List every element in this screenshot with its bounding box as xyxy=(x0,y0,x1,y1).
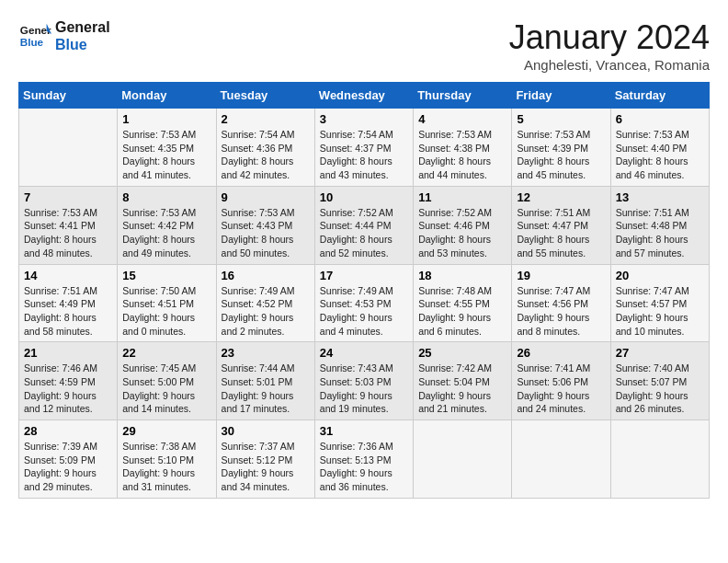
col-header-tuesday: Tuesday xyxy=(216,83,314,109)
day-cell: 6 Sunrise: 7:53 AM Sunset: 4:40 PM Dayli… xyxy=(610,109,709,187)
day-number: 23 xyxy=(222,346,310,360)
day-number: 26 xyxy=(517,346,605,360)
day-cell: 18 Sunrise: 7:48 AM Sunset: 4:55 PM Dayl… xyxy=(414,264,512,342)
day-info: Sunrise: 7:52 AM Sunset: 4:44 PM Dayligh… xyxy=(320,206,408,260)
day-number: 29 xyxy=(122,424,210,438)
day-number: 3 xyxy=(320,112,408,126)
day-cell: 13 Sunrise: 7:51 AM Sunset: 4:48 PM Dayl… xyxy=(610,186,709,264)
day-info: Sunrise: 7:50 AM Sunset: 4:51 PM Dayligh… xyxy=(122,284,210,339)
logo-icon: General Blue xyxy=(18,19,51,52)
day-cell: 30 Sunrise: 7:37 AM Sunset: 5:12 PM Dayl… xyxy=(216,420,314,499)
day-number: 17 xyxy=(320,269,408,282)
day-number: 12 xyxy=(517,190,605,204)
day-cell: 7 Sunrise: 7:53 AM Sunset: 4:41 PM Dayli… xyxy=(19,186,118,264)
day-cell: 8 Sunrise: 7:53 AM Sunset: 4:42 PM Dayli… xyxy=(118,186,216,264)
day-cell: 27 Sunrise: 7:40 AM Sunset: 5:07 PM Dayl… xyxy=(610,342,709,420)
day-number: 6 xyxy=(616,112,704,126)
day-number: 27 xyxy=(616,346,704,360)
day-cell: 20 Sunrise: 7:47 AM Sunset: 4:57 PM Dayl… xyxy=(610,264,709,342)
day-cell: 21 Sunrise: 7:46 AM Sunset: 4:59 PM Dayl… xyxy=(19,342,118,420)
day-info: Sunrise: 7:40 AM Sunset: 5:07 PM Dayligh… xyxy=(616,362,704,416)
logo-general: General xyxy=(55,18,110,36)
logo-blue: Blue xyxy=(55,36,110,53)
day-number: 14 xyxy=(24,269,112,282)
day-cell: 1 Sunrise: 7:53 AM Sunset: 4:35 PM Dayli… xyxy=(118,109,216,187)
day-number: 2 xyxy=(222,112,310,126)
week-row-4: 21 Sunrise: 7:46 AM Sunset: 4:59 PM Dayl… xyxy=(19,342,710,420)
day-info: Sunrise: 7:47 AM Sunset: 4:56 PM Dayligh… xyxy=(517,284,605,339)
day-cell xyxy=(19,109,118,187)
day-info: Sunrise: 7:39 AM Sunset: 5:09 PM Dayligh… xyxy=(24,440,112,494)
day-number: 21 xyxy=(24,346,112,360)
day-cell: 26 Sunrise: 7:41 AM Sunset: 5:06 PM Dayl… xyxy=(512,342,610,420)
day-number: 15 xyxy=(122,269,210,282)
day-number: 16 xyxy=(222,269,310,282)
day-cell: 15 Sunrise: 7:50 AM Sunset: 4:51 PM Dayl… xyxy=(118,264,216,342)
day-cell: 12 Sunrise: 7:51 AM Sunset: 4:47 PM Dayl… xyxy=(512,186,610,264)
day-number: 24 xyxy=(320,346,408,360)
day-cell xyxy=(610,420,709,499)
day-cell: 11 Sunrise: 7:52 AM Sunset: 4:46 PM Dayl… xyxy=(414,186,512,264)
day-info: Sunrise: 7:41 AM Sunset: 5:06 PM Dayligh… xyxy=(517,362,605,416)
day-info: Sunrise: 7:42 AM Sunset: 5:04 PM Dayligh… xyxy=(418,362,506,416)
day-number: 1 xyxy=(122,112,210,126)
day-cell: 9 Sunrise: 7:53 AM Sunset: 4:43 PM Dayli… xyxy=(216,186,314,264)
day-cell: 25 Sunrise: 7:42 AM Sunset: 5:04 PM Dayl… xyxy=(414,342,512,420)
day-cell: 22 Sunrise: 7:45 AM Sunset: 5:00 PM Dayl… xyxy=(118,342,216,420)
day-info: Sunrise: 7:51 AM Sunset: 4:49 PM Dayligh… xyxy=(24,284,112,339)
title-block: January 2024 Anghelesti, Vrancea, Romani… xyxy=(509,18,710,73)
day-info: Sunrise: 7:53 AM Sunset: 4:42 PM Dayligh… xyxy=(122,206,210,260)
day-number: 19 xyxy=(517,269,605,282)
day-info: Sunrise: 7:53 AM Sunset: 4:41 PM Dayligh… xyxy=(24,206,112,260)
day-cell: 3 Sunrise: 7:54 AM Sunset: 4:37 PM Dayli… xyxy=(314,109,413,187)
col-header-monday: Monday xyxy=(118,83,216,109)
day-number: 30 xyxy=(222,424,310,438)
day-number: 8 xyxy=(122,190,210,204)
day-cell: 4 Sunrise: 7:53 AM Sunset: 4:38 PM Dayli… xyxy=(414,109,512,187)
logo: General Blue General Blue xyxy=(18,18,110,53)
day-info: Sunrise: 7:49 AM Sunset: 4:52 PM Dayligh… xyxy=(222,284,310,339)
day-info: Sunrise: 7:52 AM Sunset: 4:46 PM Dayligh… xyxy=(418,206,506,260)
day-info: Sunrise: 7:54 AM Sunset: 4:37 PM Dayligh… xyxy=(320,128,408,182)
day-cell: 14 Sunrise: 7:51 AM Sunset: 4:49 PM Dayl… xyxy=(19,264,118,342)
day-info: Sunrise: 7:37 AM Sunset: 5:12 PM Dayligh… xyxy=(222,440,310,494)
page-header: General Blue General Blue January 2024 A… xyxy=(18,18,710,73)
day-cell: 5 Sunrise: 7:53 AM Sunset: 4:39 PM Dayli… xyxy=(512,109,610,187)
month-title: January 2024 xyxy=(509,18,710,57)
day-cell: 2 Sunrise: 7:54 AM Sunset: 4:36 PM Dayli… xyxy=(216,109,314,187)
day-info: Sunrise: 7:49 AM Sunset: 4:53 PM Dayligh… xyxy=(320,284,408,339)
day-info: Sunrise: 7:36 AM Sunset: 5:13 PM Dayligh… xyxy=(320,440,408,494)
day-info: Sunrise: 7:43 AM Sunset: 5:03 PM Dayligh… xyxy=(320,362,408,416)
day-number: 5 xyxy=(517,112,605,126)
day-cell: 28 Sunrise: 7:39 AM Sunset: 5:09 PM Dayl… xyxy=(19,420,118,499)
calendar-table: SundayMondayTuesdayWednesdayThursdayFrid… xyxy=(18,82,710,499)
col-header-sunday: Sunday xyxy=(19,83,118,109)
day-number: 11 xyxy=(418,190,506,204)
day-cell: 10 Sunrise: 7:52 AM Sunset: 4:44 PM Dayl… xyxy=(314,186,413,264)
day-cell: 19 Sunrise: 7:47 AM Sunset: 4:56 PM Dayl… xyxy=(512,264,610,342)
day-info: Sunrise: 7:46 AM Sunset: 4:59 PM Dayligh… xyxy=(24,362,112,416)
location-subtitle: Anghelesti, Vrancea, Romania xyxy=(509,57,710,73)
day-info: Sunrise: 7:47 AM Sunset: 4:57 PM Dayligh… xyxy=(616,284,704,339)
day-number: 25 xyxy=(418,346,506,360)
week-row-3: 14 Sunrise: 7:51 AM Sunset: 4:49 PM Dayl… xyxy=(19,264,710,342)
day-info: Sunrise: 7:51 AM Sunset: 4:47 PM Dayligh… xyxy=(517,206,605,260)
day-number: 4 xyxy=(418,112,506,126)
day-info: Sunrise: 7:53 AM Sunset: 4:43 PM Dayligh… xyxy=(222,206,310,260)
day-cell: 24 Sunrise: 7:43 AM Sunset: 5:03 PM Dayl… xyxy=(314,342,413,420)
svg-text:Blue: Blue xyxy=(20,36,44,48)
day-info: Sunrise: 7:45 AM Sunset: 5:00 PM Dayligh… xyxy=(122,362,210,416)
day-number: 9 xyxy=(222,190,310,204)
day-info: Sunrise: 7:48 AM Sunset: 4:55 PM Dayligh… xyxy=(418,284,506,339)
day-cell: 16 Sunrise: 7:49 AM Sunset: 4:52 PM Dayl… xyxy=(216,264,314,342)
col-header-saturday: Saturday xyxy=(610,83,709,109)
day-info: Sunrise: 7:53 AM Sunset: 4:40 PM Dayligh… xyxy=(616,128,704,182)
col-header-wednesday: Wednesday xyxy=(314,83,413,109)
day-number: 10 xyxy=(320,190,408,204)
col-header-thursday: Thursday xyxy=(414,83,512,109)
week-row-1: 1 Sunrise: 7:53 AM Sunset: 4:35 PM Dayli… xyxy=(19,109,710,187)
day-cell: 29 Sunrise: 7:38 AM Sunset: 5:10 PM Dayl… xyxy=(118,420,216,499)
day-info: Sunrise: 7:53 AM Sunset: 4:35 PM Dayligh… xyxy=(122,128,210,182)
day-number: 18 xyxy=(418,269,506,282)
day-info: Sunrise: 7:53 AM Sunset: 4:38 PM Dayligh… xyxy=(418,128,506,182)
